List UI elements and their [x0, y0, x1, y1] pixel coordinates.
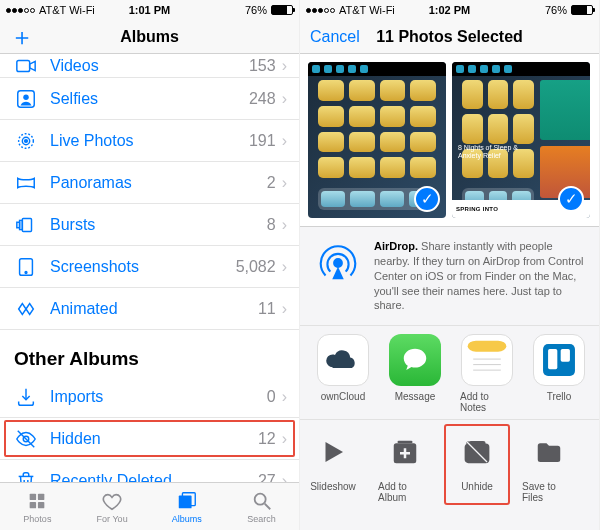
- animated-icon: [14, 298, 38, 320]
- albums-tab-icon: [176, 490, 198, 512]
- album-row-hidden[interactable]: Hidden 12 ›: [0, 418, 299, 460]
- clock-label: 1:01 PM: [0, 4, 299, 16]
- chevron-right-icon: ›: [282, 258, 287, 276]
- tab-label: Photos: [23, 514, 51, 524]
- album-row-videos[interactable]: Videos 153 ›: [0, 54, 299, 78]
- app-label: Trello: [547, 391, 572, 402]
- airdrop-text: AirDrop. Share instantly with people nea…: [374, 239, 585, 313]
- phone-left: AT&T Wi-Fi 1:01 PM 76% ＋ Albums Videos 1…: [0, 0, 300, 530]
- action-duplicate[interactable]: Duplicate: [594, 428, 599, 503]
- savetofiles-icon: [525, 428, 573, 476]
- album-row-panoramas[interactable]: Panoramas 2 ›: [0, 162, 299, 204]
- owncloud-icon: [317, 334, 369, 386]
- panoramas-icon: [14, 172, 38, 194]
- svg-rect-33: [398, 441, 413, 444]
- album-label: Bursts: [50, 216, 95, 234]
- svg-rect-0: [17, 60, 30, 71]
- battery-icon: [271, 5, 293, 15]
- action-savetofiles[interactable]: Save to Files: [522, 428, 576, 503]
- share-app-owncloud[interactable]: ownCloud: [316, 334, 370, 413]
- svg-rect-17: [30, 501, 36, 507]
- album-count: 191: [249, 132, 276, 150]
- action-label: Add to Album: [378, 481, 432, 503]
- app-label: Message: [395, 391, 436, 402]
- duplicate-icon: [597, 428, 599, 476]
- album-row-deleted[interactable]: Recently Deleted 27 ›: [0, 460, 299, 482]
- selfies-icon: [14, 88, 38, 110]
- photo-thumbnail[interactable]: 8 Nights of Sleep & Anxiety Relief SPRIN…: [452, 62, 590, 218]
- notes-icon: [461, 334, 513, 386]
- action-label: Unhide: [461, 481, 493, 492]
- nav-bar: Cancel 11 Photos Selected: [300, 20, 599, 54]
- trash-icon: [14, 470, 38, 482]
- imports-icon: [14, 386, 38, 408]
- svg-rect-29: [543, 344, 575, 376]
- tab-label: For You: [97, 514, 128, 524]
- trello-icon: [533, 334, 585, 386]
- album-count: 8: [267, 216, 276, 234]
- share-app-notes[interactable]: Add to Notes: [460, 334, 514, 413]
- search-tab-icon: [251, 490, 273, 512]
- svg-rect-30: [548, 349, 557, 369]
- selected-check-icon: ✓: [558, 186, 584, 212]
- album-row-bursts[interactable]: Bursts 8 ›: [0, 204, 299, 246]
- album-row-selfies[interactable]: Selfies 248 ›: [0, 78, 299, 120]
- tab-albums[interactable]: Albums: [150, 483, 225, 530]
- hidden-icon: [14, 428, 38, 450]
- tab-foryou[interactable]: For You: [75, 483, 150, 530]
- album-count: 2: [267, 174, 276, 192]
- album-row-animated[interactable]: Animated 11 ›: [0, 288, 299, 330]
- action-label: Save to Files: [522, 481, 576, 503]
- photos-tab-icon: [26, 490, 48, 512]
- action-slideshow[interactable]: Slideshow: [306, 428, 360, 503]
- album-label: Imports: [50, 388, 103, 406]
- share-actions-row[interactable]: Slideshow Add to Album Unhide Save to: [300, 419, 599, 509]
- tab-photos[interactable]: Photos: [0, 483, 75, 530]
- airdrop-section[interactable]: AirDrop. Share instantly with people nea…: [300, 227, 599, 325]
- foryou-tab-icon: [101, 490, 123, 512]
- message-icon: [389, 334, 441, 386]
- share-app-trello[interactable]: Trello: [532, 334, 586, 413]
- action-addtoalbum[interactable]: Add to Album: [378, 428, 432, 503]
- airdrop-title: AirDrop.: [374, 240, 418, 252]
- svg-rect-19: [179, 495, 192, 508]
- chevron-right-icon: ›: [282, 57, 287, 75]
- share-apps-row[interactable]: ownCloud Message Add to Notes Trello: [300, 325, 599, 419]
- selected-photos-strip[interactable]: ✓ 8 Nights of Sleep & Anxiety Relief SPR…: [300, 54, 599, 226]
- photo-thumbnail[interactable]: ✓: [308, 62, 446, 218]
- album-label: Panoramas: [50, 174, 132, 192]
- chevron-right-icon: ›: [282, 430, 287, 448]
- bursts-icon: [14, 214, 38, 236]
- svg-rect-16: [38, 493, 44, 499]
- highlight-overlay: [4, 420, 295, 457]
- other-albums-header: Other Albums: [0, 330, 299, 376]
- albums-list[interactable]: Videos 153 › Selfies 248 › Live Photos 1…: [0, 54, 299, 482]
- album-row-imports[interactable]: Imports 0 ›: [0, 376, 299, 418]
- album-label: Screenshots: [50, 258, 139, 276]
- album-row-screenshots[interactable]: Screenshots 5,082 ›: [0, 246, 299, 288]
- screenshots-icon: [14, 256, 38, 278]
- tab-bar: Photos For You Albums Search: [0, 482, 299, 530]
- album-label: Animated: [50, 300, 118, 318]
- videos-icon: [14, 55, 38, 77]
- action-unhide[interactable]: Unhide: [450, 428, 504, 503]
- album-count: 27: [258, 472, 276, 482]
- tab-search[interactable]: Search: [224, 483, 299, 530]
- nav-title: 11 Photos Selected: [300, 28, 599, 46]
- chevron-right-icon: ›: [282, 388, 287, 406]
- svg-rect-15: [30, 493, 36, 499]
- album-count: 11: [258, 300, 276, 318]
- addtoalbum-icon: [381, 428, 429, 476]
- svg-rect-6: [22, 218, 31, 231]
- share-app-message[interactable]: Message: [388, 334, 442, 413]
- status-bar: AT&T Wi-Fi 1:02 PM 76%: [300, 0, 599, 20]
- svg-rect-31: [561, 349, 570, 362]
- album-row-livephotos[interactable]: Live Photos 191 ›: [0, 120, 299, 162]
- tab-label: Albums: [172, 514, 202, 524]
- album-count: 248: [249, 90, 276, 108]
- battery-icon: [571, 5, 593, 15]
- slideshow-icon: [309, 428, 357, 476]
- phone-right: AT&T Wi-Fi 1:02 PM 76% Cancel 11 Photos …: [300, 0, 600, 530]
- chevron-right-icon: ›: [282, 300, 287, 318]
- chevron-right-icon: ›: [282, 472, 287, 482]
